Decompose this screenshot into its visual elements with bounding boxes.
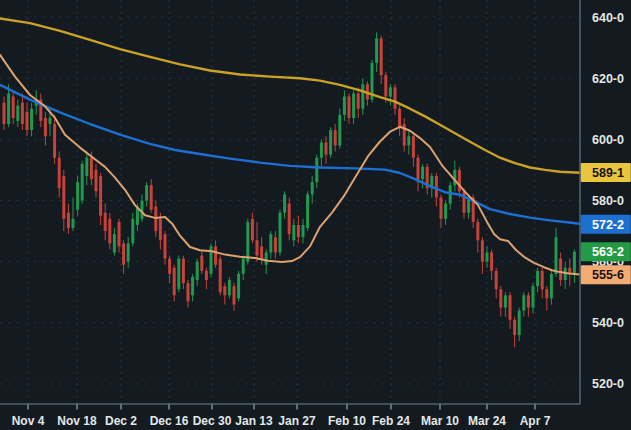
candle[interactable] <box>219 256 222 296</box>
candle-body <box>394 87 397 108</box>
candle-body <box>159 219 162 240</box>
candle-body <box>16 106 19 121</box>
candle-body <box>127 243 130 261</box>
candle[interactable] <box>228 277 231 298</box>
candlestick-chart[interactable]: 640-0620-0600-0580-0560-0540-0520-0589-1… <box>0 0 631 430</box>
candle-body <box>357 93 360 108</box>
candle-body <box>361 84 364 108</box>
price-axis-label: 540-0 <box>592 316 624 330</box>
candle[interactable] <box>210 243 213 277</box>
candle-body <box>62 176 65 219</box>
candle-body <box>141 200 144 218</box>
trading-chart-window: 640-0620-0600-0580-0560-0540-0520-0589-1… <box>0 0 631 430</box>
candle[interactable] <box>329 127 332 158</box>
candle-body <box>26 112 29 130</box>
candle-body <box>352 93 355 117</box>
candle-body <box>421 167 424 179</box>
candle-body <box>104 213 107 231</box>
candle-body <box>223 286 226 295</box>
time-axis-label: Jan 27 <box>278 414 316 428</box>
price-axis-label: 520-0 <box>592 377 624 391</box>
candle-body <box>343 97 346 115</box>
candle-body <box>407 136 410 145</box>
candle-body <box>53 124 56 158</box>
time-axis-label: Feb 24 <box>372 414 410 428</box>
candle[interactable] <box>81 161 84 204</box>
price-badge-value: 555-6 <box>592 268 624 282</box>
candle[interactable] <box>177 256 180 293</box>
candle-body <box>219 259 222 293</box>
candle-body <box>518 311 521 335</box>
candle-body <box>412 136 415 157</box>
candle-body <box>30 109 33 130</box>
candle-body <box>7 93 10 124</box>
price-badge-ma-fast-orange: 555-6 <box>581 265 631 284</box>
candle-body <box>541 271 544 289</box>
price-axis-label: 640-0 <box>592 11 624 25</box>
candle[interactable] <box>371 60 374 103</box>
candle-body <box>49 118 52 124</box>
candle-body <box>550 274 553 298</box>
price-badge-value: 563-2 <box>592 245 624 259</box>
candle-body <box>458 170 461 191</box>
time-axis-label: Jan 13 <box>235 414 273 428</box>
candle-body <box>242 259 245 274</box>
candle-body <box>246 222 249 262</box>
candle-body <box>131 219 134 243</box>
candle-body <box>536 271 539 286</box>
candle[interactable] <box>306 191 309 231</box>
candle-body <box>113 234 116 252</box>
candle[interactable] <box>279 210 282 256</box>
candle-body <box>177 259 180 290</box>
candle-body <box>256 240 259 255</box>
candle-body <box>150 185 153 209</box>
candle-body <box>417 158 420 182</box>
candle-body <box>513 320 516 335</box>
candle-body <box>527 295 530 307</box>
candle-body <box>214 246 217 264</box>
candle-body <box>164 234 167 258</box>
candle-body <box>499 289 502 307</box>
candle-body <box>292 225 295 240</box>
candle-body <box>237 274 240 298</box>
time-axis-label: Mar 24 <box>468 414 506 428</box>
candle-body <box>302 225 305 237</box>
price-badge-value: 572-2 <box>592 218 624 232</box>
candle-body <box>58 158 61 189</box>
candle-body <box>476 222 479 240</box>
candle-body <box>486 252 489 261</box>
candle-body <box>187 283 190 301</box>
candle-body <box>573 252 576 274</box>
candle-body <box>435 176 438 197</box>
candle-body <box>398 109 401 127</box>
candle-body <box>338 115 341 146</box>
candle-body <box>90 158 93 179</box>
candle-body <box>384 75 387 96</box>
candle-body <box>72 219 75 228</box>
candle-body <box>182 259 185 283</box>
candle-body <box>81 164 84 201</box>
candle-body <box>490 252 493 270</box>
candle-body <box>279 213 282 253</box>
candle-body <box>274 237 277 252</box>
time-axis-label: Nov 18 <box>57 414 97 428</box>
candle-body <box>348 97 351 118</box>
candle-body <box>504 295 507 307</box>
time-axis-label: Dec 16 <box>150 414 189 428</box>
price-axis-label: 580-0 <box>592 194 624 208</box>
candle[interactable] <box>237 271 240 302</box>
time-axis-label: Dec 2 <box>105 414 137 428</box>
price-badge-ma-medium-blue: 572-2 <box>581 215 631 234</box>
price-badge-value: 589-1 <box>592 166 624 180</box>
candle-body <box>168 259 171 274</box>
candle-body <box>228 280 231 295</box>
price-badge-ma-slow-yellow: 589-1 <box>581 163 631 182</box>
time-axis-label: Mar 10 <box>421 414 459 428</box>
price-axis-label: 620-0 <box>592 72 624 86</box>
candle-body <box>325 142 328 154</box>
time-axis-label: Nov 4 <box>12 414 45 428</box>
candle-body <box>522 295 525 310</box>
candle[interactable] <box>288 197 291 240</box>
candle-body <box>297 225 300 237</box>
chart-background <box>0 0 631 430</box>
